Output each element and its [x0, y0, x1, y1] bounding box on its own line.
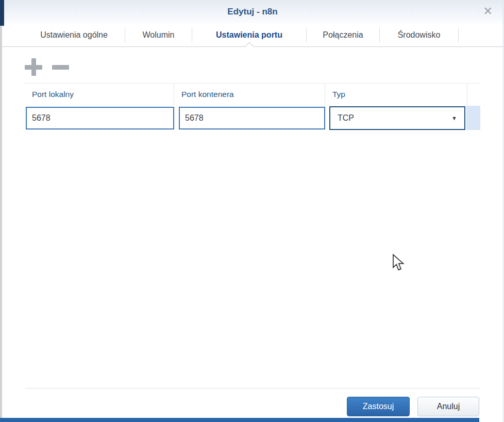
- tab-environment[interactable]: Środowisko: [380, 23, 458, 46]
- cancel-button[interactable]: Anuluj: [417, 397, 479, 416]
- minus-icon: [52, 65, 69, 70]
- background-bottom-strip: [0, 418, 479, 422]
- background-navy-fragment: [0, 0, 4, 26]
- chevron-down-icon: ▼: [451, 115, 457, 121]
- apply-button[interactable]: Zastosuj: [347, 397, 410, 416]
- edit-container-dialog: Edytuj - n8n ✕ Ustawienia ogólne Wolumin…: [2, 0, 503, 422]
- column-header-type: Typ: [325, 84, 467, 105]
- column-header-container-port: Port kontenera: [174, 84, 325, 105]
- close-icon[interactable]: ✕: [483, 4, 493, 19]
- tab-label: Wolumin: [143, 30, 175, 40]
- port-type-dropdown[interactable]: TCP ▼: [329, 106, 465, 130]
- tab-links[interactable]: Połączenia: [307, 23, 379, 46]
- port-type-value: TCP: [338, 113, 354, 123]
- footer-divider: [25, 388, 480, 388]
- tab-label: Środowisko: [398, 30, 441, 40]
- plus-icon: [31, 58, 36, 76]
- tab-bar: Ustawienia ogólne Wolumin Ustawienia por…: [2, 23, 503, 47]
- selected-row-highlight: [466, 106, 480, 130]
- column-header-local-port: Port lokalny: [25, 84, 174, 105]
- mouse-cursor-icon: [392, 254, 406, 271]
- tab-label: Połączenia: [323, 30, 363, 40]
- tab-label: Ustawienia ogólne: [40, 30, 108, 40]
- tab-general-settings[interactable]: Ustawienia ogólne: [23, 23, 125, 46]
- tab-volume[interactable]: Wolumin: [125, 23, 192, 46]
- tab-label: Ustawienia portu: [216, 30, 282, 40]
- tab-separator: [458, 27, 459, 42]
- local-port-input[interactable]: [26, 107, 174, 129]
- add-port-button[interactable]: [25, 58, 42, 76]
- remove-port-button[interactable]: [52, 65, 69, 70]
- dialog-titlebar: Edytuj - n8n ✕: [2, 0, 503, 23]
- container-port-input[interactable]: [179, 107, 325, 129]
- dialog-title: Edytuj - n8n: [2, 0, 503, 23]
